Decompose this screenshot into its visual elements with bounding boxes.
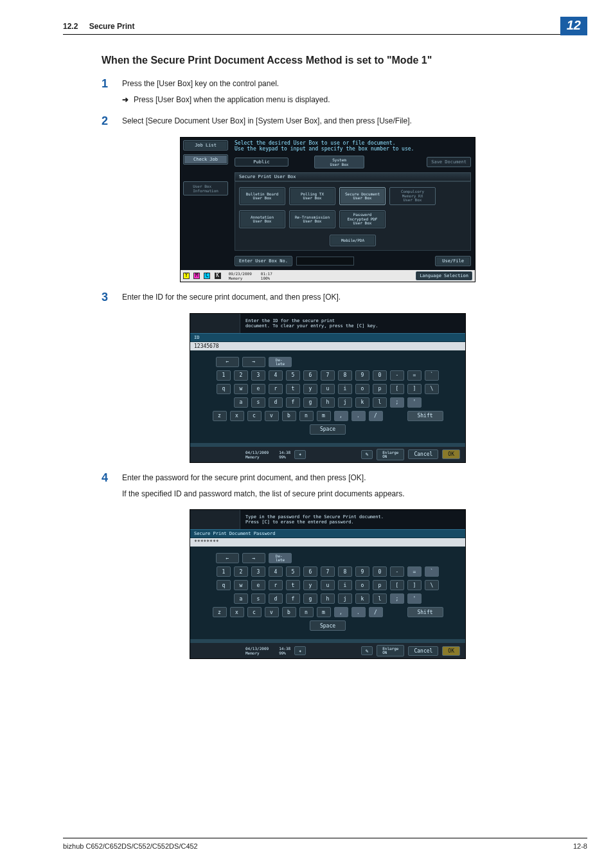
key[interactable]: p: [373, 580, 387, 590]
key[interactable]: 4: [269, 370, 283, 381]
key[interactable]: h: [321, 397, 335, 408]
key[interactable]: o: [355, 384, 369, 394]
key[interactable]: \: [425, 384, 439, 394]
key[interactable]: 7: [321, 370, 335, 381]
space-key[interactable]: Space: [310, 424, 346, 435]
ok-button[interactable]: OK: [442, 646, 460, 656]
key[interactable]: 6: [303, 370, 317, 381]
bulletin-board-box-button[interactable]: Bulletin Board User Box: [239, 187, 285, 205]
enlarge-button[interactable]: Enlarge ON: [377, 449, 404, 460]
compulsory-memory-rx-box-button[interactable]: Compulsory Memory RX User Box: [389, 187, 436, 205]
key[interactable]: w: [234, 384, 248, 394]
retransmission-box-button[interactable]: Re-Transmission User Box: [289, 210, 335, 228]
key[interactable]: 7: [321, 566, 335, 577]
key[interactable]: 9: [355, 566, 369, 577]
key[interactable]: ,: [334, 411, 348, 421]
key[interactable]: 3: [251, 370, 265, 381]
key[interactable]: t: [286, 384, 300, 394]
key[interactable]: j: [338, 593, 352, 604]
key[interactable]: ;: [390, 397, 404, 408]
key[interactable]: 2: [234, 566, 248, 577]
key[interactable]: x: [230, 411, 244, 421]
key[interactable]: 3: [251, 566, 265, 577]
key[interactable]: 4: [269, 566, 283, 577]
key[interactable]: g: [303, 397, 317, 408]
key[interactable]: 0: [373, 370, 387, 381]
key[interactable]: /: [369, 411, 383, 421]
key[interactable]: [: [390, 384, 404, 394]
key[interactable]: 9: [355, 370, 369, 381]
key[interactable]: `: [425, 566, 439, 577]
save-document-button[interactable]: Save Document: [427, 157, 471, 167]
key[interactable]: 5: [286, 566, 300, 577]
key[interactable]: -: [390, 566, 404, 577]
key[interactable]: c: [247, 607, 262, 617]
password-pdf-box-button[interactable]: Password Encrypted PDF User Box: [339, 210, 386, 228]
key[interactable]: r: [269, 384, 283, 394]
key[interactable]: ;: [390, 593, 404, 604]
delete-key[interactable]: De- lete: [269, 357, 292, 367]
key[interactable]: f: [286, 397, 300, 408]
key[interactable]: b: [282, 607, 296, 617]
enlarge-button[interactable]: Enlarge ON: [377, 645, 404, 656]
key[interactable]: z: [213, 607, 227, 617]
key[interactable]: n: [299, 411, 314, 421]
key[interactable]: e: [251, 384, 265, 394]
key[interactable]: d: [269, 593, 283, 604]
key[interactable]: j: [338, 397, 352, 408]
key[interactable]: a: [234, 397, 248, 408]
key[interactable]: \: [425, 580, 439, 590]
mobile-pda-box-button[interactable]: Mobile/PDA: [330, 235, 376, 246]
shift-key[interactable]: Shift: [407, 607, 443, 617]
use-file-button[interactable]: Use/File: [435, 256, 471, 266]
ok-button[interactable]: OK: [442, 449, 460, 459]
key[interactable]: g: [303, 593, 317, 604]
key[interactable]: e: [251, 580, 265, 590]
tool-icon[interactable]: ✎: [361, 450, 373, 459]
language-selection-button[interactable]: Language Selection: [416, 271, 472, 280]
key[interactable]: v: [265, 411, 279, 421]
key[interactable]: c: [247, 411, 262, 421]
key[interactable]: 8: [338, 370, 352, 381]
arrow-left-key[interactable]: ←: [216, 553, 239, 563]
key[interactable]: r: [269, 580, 283, 590]
space-key[interactable]: Space: [310, 620, 346, 631]
key[interactable]: k: [355, 397, 369, 408]
key[interactable]: s: [251, 397, 265, 408]
system-user-box-tab[interactable]: System User Box: [314, 156, 364, 168]
key[interactable]: ]: [407, 384, 422, 394]
key[interactable]: i: [338, 580, 352, 590]
key[interactable]: .: [351, 411, 366, 421]
key[interactable]: x: [230, 607, 244, 617]
user-box-no-input[interactable]: [296, 257, 354, 266]
password-field-input[interactable]: ********: [190, 538, 465, 547]
key[interactable]: i: [338, 384, 352, 394]
key[interactable]: l: [373, 397, 387, 408]
key[interactable]: ': [407, 397, 422, 408]
public-tab[interactable]: Public: [235, 158, 289, 167]
key[interactable]: /: [369, 607, 383, 617]
secure-document-box-button[interactable]: Secure Document User Box: [339, 187, 386, 205]
key[interactable]: f: [286, 593, 300, 604]
key[interactable]: h: [321, 593, 335, 604]
key[interactable]: z: [213, 411, 227, 421]
key[interactable]: b: [282, 411, 296, 421]
key[interactable]: y: [303, 580, 317, 590]
key[interactable]: 0: [373, 566, 387, 577]
key[interactable]: ]: [407, 580, 422, 590]
key[interactable]: ,: [334, 607, 348, 617]
id-field-input[interactable]: 12345678: [190, 342, 465, 350]
key[interactable]: v: [265, 607, 279, 617]
key[interactable]: k: [355, 593, 369, 604]
arrow-left-key[interactable]: ←: [216, 357, 239, 367]
key[interactable]: 8: [338, 566, 352, 577]
arrow-right-key[interactable]: →: [242, 357, 265, 367]
key[interactable]: 1: [217, 566, 231, 577]
key[interactable]: 6: [303, 566, 317, 577]
key[interactable]: ': [407, 593, 422, 604]
key[interactable]: m: [317, 411, 331, 421]
key[interactable]: l: [373, 593, 387, 604]
key[interactable]: w: [234, 580, 248, 590]
key[interactable]: s: [251, 593, 265, 604]
key[interactable]: `: [425, 370, 439, 381]
